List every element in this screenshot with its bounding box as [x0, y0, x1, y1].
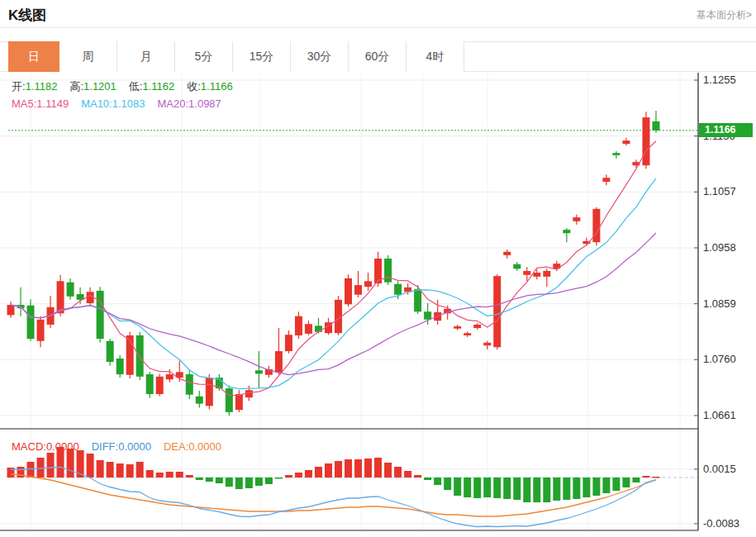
candle-body	[206, 378, 213, 406]
macd-tick-label: 0.0015	[703, 463, 736, 476]
candle-body	[612, 153, 620, 155]
candle-body	[464, 333, 471, 335]
candle-body	[622, 140, 630, 144]
macd-bar	[622, 478, 630, 487]
current-price-label: 1.1166	[699, 123, 753, 137]
macd-bar	[27, 462, 35, 478]
candle-body	[454, 326, 461, 329]
macd-legend-item-0: MACD:0.0000	[12, 440, 79, 453]
macd-bar	[166, 472, 174, 478]
macd-bar	[285, 475, 292, 478]
candle-body	[414, 289, 421, 311]
macd-bar	[493, 478, 501, 498]
candle-body	[473, 325, 481, 328]
candle-body	[493, 276, 501, 347]
macd-bar	[156, 473, 164, 478]
candle-body	[97, 291, 104, 339]
candle-body	[67, 283, 74, 297]
macd-bar	[226, 478, 233, 487]
macd-legend-item-1: DIFF:0.0000	[92, 440, 151, 453]
price-tick-label: 1.0958	[703, 241, 736, 254]
price-tick-label: 1.1057	[703, 185, 736, 198]
macd-bar	[116, 463, 124, 478]
macd-bar	[404, 471, 411, 478]
candle-body	[424, 311, 431, 320]
candle-body	[533, 273, 540, 277]
macd-bar	[424, 478, 431, 480]
candle-body	[345, 278, 352, 304]
candle-body	[394, 284, 402, 295]
candle-body	[275, 351, 283, 373]
macd-bar	[533, 478, 540, 502]
candle-body	[27, 306, 35, 339]
price-tick-label: 1.0760	[703, 353, 736, 366]
macd-bar	[513, 478, 521, 500]
candle-body	[166, 374, 174, 379]
candle-body	[543, 271, 550, 277]
macd-bar	[206, 478, 213, 482]
macd-legend-item-2: DEA:0.0000	[164, 440, 221, 453]
macd-bar	[265, 478, 273, 484]
macd-tick-label: -0.0083	[703, 517, 739, 530]
candle-body	[305, 324, 312, 334]
macd-bar	[632, 478, 640, 482]
macd-bar	[642, 476, 649, 478]
candle-body	[503, 252, 511, 255]
macd-bar	[325, 463, 332, 478]
macd-legend: MACD:0.0000DIFF:0.0000DEA:0.0000	[12, 440, 234, 453]
candle-body	[573, 217, 580, 221]
candle-body	[226, 388, 233, 412]
axis-ticks	[694, 80, 698, 524]
price-tick-label: 1.0661	[703, 409, 736, 422]
macd-bar	[245, 478, 253, 488]
kline-widget: K线图 基本面分析> 日周月5分15分30分60分4时 开:1.1182高:1.…	[0, 0, 756, 537]
macd-bar	[374, 458, 382, 478]
ohlc-legend-item-3: 收:1.1166	[187, 80, 232, 93]
candle-body	[37, 320, 45, 341]
ma-legend: MA5:1.1149MA10:1.1083MA20:1.0987	[12, 97, 234, 110]
macd-bar	[87, 454, 94, 478]
macd-bar	[295, 473, 302, 478]
macd-bar	[563, 478, 570, 500]
candle-body	[354, 285, 362, 295]
candle-body	[384, 259, 392, 283]
macd-bar	[543, 478, 550, 502]
macd-bar	[335, 461, 342, 478]
macd-bar	[384, 463, 392, 478]
macd-bar	[345, 459, 352, 478]
candle-body	[364, 281, 372, 287]
macd-bar	[176, 472, 183, 478]
ma-legend-item-2: MA20:1.0987	[157, 97, 221, 110]
ohlc-legend-item-1: 高:1.1201	[69, 80, 116, 93]
price-axis-labels: 1.12551.11561.10571.09581.08591.07601.06…	[703, 0, 756, 537]
macd-bar	[275, 478, 283, 479]
candle-body	[235, 394, 243, 410]
macd-bar	[97, 460, 104, 478]
candle-body	[156, 377, 164, 394]
candle-body	[57, 281, 64, 313]
candle-body	[523, 271, 530, 275]
macd-bar	[305, 470, 312, 478]
macd-bar	[582, 478, 590, 497]
candle-body	[642, 117, 649, 165]
candle-body	[563, 230, 570, 233]
macd-bar	[434, 478, 441, 485]
candle-body	[136, 335, 144, 377]
candle-body	[107, 341, 114, 362]
price-tick-label: 1.1255	[703, 74, 736, 87]
macd-bar	[444, 478, 451, 490]
candles[interactable]	[7, 111, 660, 416]
candle-body	[513, 264, 521, 268]
price-tick-label: 1.0859	[703, 297, 736, 311]
macd-bar	[196, 478, 203, 480]
macd-bar	[523, 478, 530, 502]
macd-bar	[354, 459, 362, 478]
ohlc-legend: 开:1.1182高:1.1201低:1.1162收:1.1166	[12, 79, 245, 94]
current-price-value: 1.1166	[705, 124, 736, 135]
macd-bar	[47, 453, 55, 478]
macd-bar	[126, 464, 134, 478]
macd-bar	[146, 470, 154, 478]
macd-bar	[37, 458, 45, 478]
macd-bar	[107, 462, 114, 478]
candle-body	[285, 335, 292, 351]
